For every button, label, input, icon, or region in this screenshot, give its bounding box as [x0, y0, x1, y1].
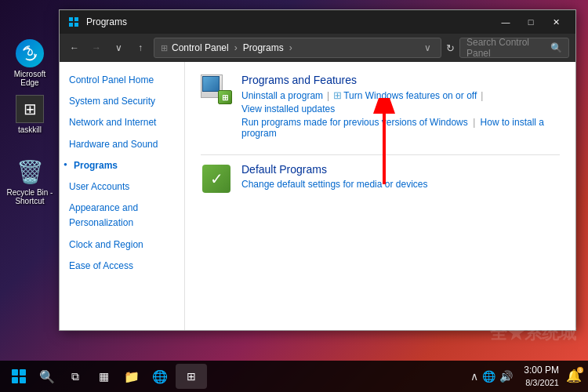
widgets-button[interactable]: ▦ [91, 364, 116, 389]
window-icon [67, 16, 80, 28]
sidebar-item-programs[interactable]: Programs [60, 155, 184, 176]
refresh-button[interactable]: ↻ [446, 42, 455, 54]
programs-features-title[interactable]: Programs and Features [241, 74, 560, 86]
notification-button[interactable]: 🔔 3 [566, 368, 582, 383]
taskkill-label: taskkill [18, 125, 42, 134]
title-bar: Programs — □ ✕ [60, 10, 575, 34]
close-button[interactable]: ✕ [544, 14, 568, 30]
system-tray: ∧ 🌐 🔊 3:00 PM 8/3/2021 🔔 3 [470, 365, 582, 388]
programs-features-icon: ⊞ [201, 74, 232, 105]
address-dropdown-btn[interactable]: ∨ [421, 42, 434, 53]
window-content: Control Panel Home System and Security N… [60, 62, 575, 330]
minimize-button[interactable]: — [494, 14, 517, 30]
task-view-button[interactable]: ⧉ [63, 364, 88, 389]
taskkill-icon: ⊞ [16, 95, 44, 123]
recycle-icon: 🗑️ [16, 158, 44, 186]
edge-label: MicrosoftEdge [14, 70, 46, 87]
sidebar-item-network-and-internet[interactable]: Network and Internet [60, 112, 184, 133]
run-programs-link[interactable]: Run programs made for previous versions … [241, 117, 468, 128]
default-programs-icon: ✓ [201, 163, 232, 194]
recent-dropdown-button[interactable]: ∨ [110, 39, 127, 56]
windows-logo-icon [12, 369, 26, 383]
breadcrumb-sep-1: › [234, 42, 238, 53]
search-placeholder: Search Control Panel [466, 37, 546, 59]
forward-button[interactable]: → [88, 39, 105, 56]
svg-rect-3 [74, 23, 78, 27]
clock-date: 8/3/2021 [524, 377, 559, 388]
search-icon: 🔍 [550, 42, 562, 53]
edge-taskbar-button[interactable]: 🌐 [147, 364, 172, 389]
address-bar: ← → ∨ ↑ ⊞ Control Panel › Programs › ∨ ↻… [60, 34, 575, 62]
tray-icons: ∧ 🌐 🔊 [470, 370, 513, 383]
programs-window: Programs — □ ✕ ← → ∨ ↑ ⊞ Control Panel ›… [59, 9, 576, 331]
taskkill-desktop-icon[interactable]: ⊞ taskkill [6, 95, 53, 134]
search-taskbar-button[interactable]: 🔍 [34, 364, 60, 389]
sidebar-item-clock-and-region[interactable]: Clock and Region [60, 234, 184, 256]
sidebar-item-system-and-security[interactable]: System and Security [60, 91, 184, 112]
view-updates-link[interactable]: View installed updates [241, 103, 335, 114]
sidebar-item-control-panel-home[interactable]: Control Panel Home [60, 70, 184, 91]
programs-taskbar-icon: ⊞ [187, 370, 196, 383]
breadcrumb-control-panel[interactable]: Control Panel [172, 42, 229, 53]
sidebar-item-hardware-and-sound[interactable]: Hardware and Sound [60, 134, 184, 155]
pipe-2: | [481, 90, 483, 101]
clock-time: 3:00 PM [524, 365, 559, 377]
sidebar: Control Panel Home System and Security N… [60, 62, 185, 330]
svg-rect-0 [69, 17, 73, 21]
volume-icon[interactable]: 🔊 [499, 370, 513, 383]
sidebar-item-appearance[interactable]: Appearance andPersonalization [60, 198, 184, 234]
sidebar-item-user-accounts[interactable]: User Accounts [60, 176, 184, 198]
window-title: Programs [86, 16, 494, 27]
recycle-label: Recycle Bin -Shortcut [7, 188, 53, 205]
tray-chevron-icon[interactable]: ∧ [470, 370, 478, 383]
svg-rect-1 [74, 17, 78, 21]
taskbar: 🔍 ⧉ ▦ 📁 🌐 ⊞ ∧ 🌐 🔊 3:00 PM 8/3/2021 🔔 3 [0, 361, 588, 392]
pipe-3: | [473, 117, 475, 128]
notification-badge: 3 [577, 367, 583, 373]
maximize-button[interactable]: □ [519, 14, 543, 30]
window-controls: — □ ✕ [494, 14, 568, 30]
address-field[interactable]: ⊞ Control Panel › Programs › ∨ [154, 38, 441, 58]
network-icon[interactable]: 🌐 [482, 370, 495, 383]
red-arrow-annotation [361, 98, 408, 194]
uninstall-link[interactable]: Uninstall a program [241, 90, 323, 101]
recycle-desktop-icon[interactable]: 🗑️ Recycle Bin -Shortcut [6, 158, 53, 205]
edge-icon [16, 39, 44, 67]
up-button[interactable]: ↑ [132, 39, 149, 56]
file-explorer-taskbar-button[interactable]: 📁 [119, 364, 144, 389]
breadcrumb-sep-2: › [289, 42, 292, 53]
start-button[interactable] [6, 364, 31, 389]
edge-desktop-icon[interactable]: MicrosoftEdge [6, 39, 53, 87]
pipe-1: | [327, 90, 329, 101]
svg-rect-2 [69, 23, 73, 27]
desktop-icons: MicrosoftEdge ⊞ taskkill 🗑️ Recycle Bin … [6, 39, 53, 205]
sidebar-item-ease-of-access[interactable]: Ease of Access [60, 256, 184, 277]
system-clock[interactable]: 3:00 PM 8/3/2021 [520, 365, 563, 388]
desktop: MicrosoftEdge ⊞ taskkill 🗑️ Recycle Bin … [0, 0, 588, 392]
back-button[interactable]: ← [66, 39, 83, 56]
programs-taskbar-button[interactable]: ⊞ [176, 364, 207, 389]
breadcrumb-programs[interactable]: Programs [243, 42, 284, 53]
search-field[interactable]: Search Control Panel 🔍 [459, 38, 569, 58]
